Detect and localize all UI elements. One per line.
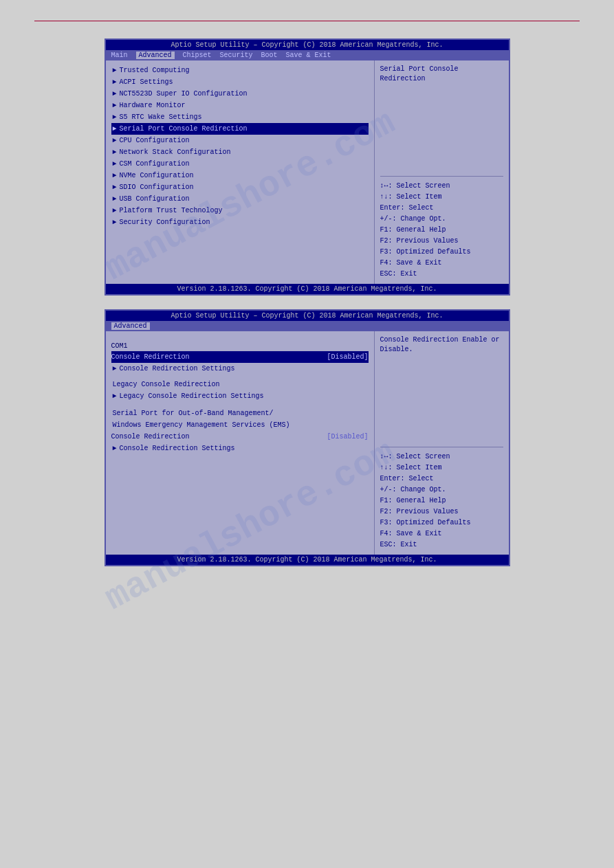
key-help-line: F3: Optimized Defaults bbox=[380, 518, 503, 528]
menu-tab-boot[interactable]: Boot bbox=[261, 52, 278, 59]
section-com1: COM1 bbox=[111, 342, 369, 350]
key-help-line: ↑↓: Select Item bbox=[380, 192, 503, 203]
list-item[interactable]: ►SDIO Configuration bbox=[111, 181, 369, 193]
item-label: Console Redirection bbox=[111, 351, 190, 363]
screen2-left-panel: COM1 Console Redirection [Disabled] ►Con… bbox=[106, 331, 375, 555]
ems-label-2: Windows Emergency Management Services (E… bbox=[111, 419, 369, 431]
menu-tab-chipset[interactable]: Chipset bbox=[183, 52, 212, 59]
list-item[interactable]: ►Network Stack Configuration bbox=[111, 146, 369, 158]
screen2-key-help: ↕↔: Select Screen ↑↓: Select Item Enter:… bbox=[380, 452, 503, 550]
screen2-title: Aptio Setup Utility – Copyright (C) 2018… bbox=[106, 311, 509, 321]
list-item[interactable]: ►CSM Configuration bbox=[111, 158, 369, 170]
menu-tab-save-exit[interactable]: Save & Exit bbox=[286, 52, 331, 59]
top-divider bbox=[34, 21, 580, 21]
menu-tab-advanced-2[interactable]: Advanced bbox=[111, 322, 150, 330]
screen2-footer: Version 2.18.1263. Copyright (C) 2018 Am… bbox=[106, 555, 509, 565]
list-item-console-settings-2[interactable]: ►Console Redirection Settings bbox=[111, 443, 369, 454]
key-help-line: ESC: Exit bbox=[380, 539, 503, 550]
screen1-body: ►Trusted Computing ►ACPI Settings ►NCT55… bbox=[106, 60, 509, 284]
screen2-help-text: Console Redirection Enable or Disable. bbox=[380, 335, 503, 355]
key-help-line: F4: Save & Exit bbox=[380, 258, 503, 269]
key-help-line: F3: Optimized Defaults bbox=[380, 247, 503, 258]
list-item[interactable]: ►Hardware Monitor bbox=[111, 100, 369, 111]
menu-tab-security[interactable]: Security bbox=[220, 52, 253, 59]
screen2-right-panel: Console Redirection Enable or Disable. ↕… bbox=[375, 331, 509, 555]
item-value: [Disabled] bbox=[327, 431, 368, 443]
screen1-footer: Version 2.18.1263. Copyright (C) 2018 Am… bbox=[106, 284, 509, 294]
right-divider bbox=[380, 176, 503, 177]
list-item-console-redirection-2[interactable]: Console Redirection [Disabled] bbox=[111, 431, 369, 443]
list-item[interactable]: ►USB Configuration bbox=[111, 193, 369, 205]
key-help-line: F2: Previous Values bbox=[380, 236, 503, 247]
key-help-line: Enter: Select bbox=[380, 203, 503, 214]
right-divider-2 bbox=[380, 447, 503, 447]
screen1-help-text: Serial Port Console Redirection bbox=[380, 65, 503, 84]
item-value: [Disabled] bbox=[327, 351, 368, 363]
key-help-line: +/-: Change Opt. bbox=[380, 485, 503, 496]
screen1-menubar: Main Advanced Chipset Security Boot Save… bbox=[106, 50, 509, 60]
list-item[interactable]: ►ACPI Settings bbox=[111, 76, 369, 88]
list-item[interactable]: ►NVMe Configuration bbox=[111, 170, 369, 181]
screen1-left-panel: ►Trusted Computing ►ACPI Settings ►NCT55… bbox=[106, 60, 375, 284]
list-item[interactable]: ►NCT5523D Super IO Configuration bbox=[111, 88, 369, 100]
key-help-line: F1: General Help bbox=[380, 496, 503, 507]
list-item-legacy-settings[interactable]: ►Legacy Console Redirection Settings bbox=[111, 390, 369, 402]
list-item[interactable]: ►CPU Configuration bbox=[111, 135, 369, 146]
list-item[interactable]: ►S5 RTC Wake Settings bbox=[111, 111, 369, 123]
legacy-console-label: Legacy Console Redirection bbox=[111, 379, 369, 390]
list-item-console-settings[interactable]: ►Console Redirection Settings bbox=[111, 363, 369, 375]
key-help-line: ↕↔: Select Screen bbox=[380, 452, 503, 463]
ems-label-1: Serial Port for Out-of-Band Management/ bbox=[111, 408, 369, 419]
key-help-line: +/-: Change Opt. bbox=[380, 214, 503, 225]
item-label: Console Redirection bbox=[111, 431, 190, 443]
menu-tab-main[interactable]: Main bbox=[111, 52, 128, 59]
screen1-key-help: ↕↔: Select Screen ↑↓: Select Item Enter:… bbox=[380, 181, 503, 280]
menu-tab-advanced[interactable]: Advanced bbox=[136, 52, 175, 59]
screen1-right-panel: Serial Port Console Redirection ↕↔: Sele… bbox=[375, 60, 509, 284]
key-help-line: Enter: Select bbox=[380, 474, 503, 485]
list-item-console-redirection[interactable]: Console Redirection [Disabled] bbox=[111, 351, 369, 363]
key-help-line: F2: Previous Values bbox=[380, 507, 503, 518]
key-help-line: ↕↔: Select Screen bbox=[380, 181, 503, 192]
key-help-line: ESC: Exit bbox=[380, 269, 503, 280]
bios-screen-2: Aptio Setup Utility – Copyright (C) 2018… bbox=[105, 309, 510, 566]
key-help-line: F4: Save & Exit bbox=[380, 528, 503, 539]
list-item[interactable]: ►Security Configuration bbox=[111, 216, 369, 228]
list-item[interactable]: ►Trusted Computing bbox=[111, 65, 369, 76]
screen2-menubar: Advanced bbox=[106, 321, 509, 331]
screen1-title: Aptio Setup Utility – Copyright (C) 2018… bbox=[106, 40, 509, 50]
bios-screen-1: Aptio Setup Utility – Copyright (C) 2018… bbox=[105, 38, 510, 296]
screen2-body: COM1 Console Redirection [Disabled] ►Con… bbox=[106, 331, 509, 555]
list-item-serial-port[interactable]: ►Serial Port Console Redirection bbox=[111, 123, 369, 135]
key-help-line: F1: General Help bbox=[380, 225, 503, 236]
key-help-line: ↑↓: Select Item bbox=[380, 463, 503, 474]
list-item[interactable]: ►Platform Trust Technology bbox=[111, 205, 369, 216]
